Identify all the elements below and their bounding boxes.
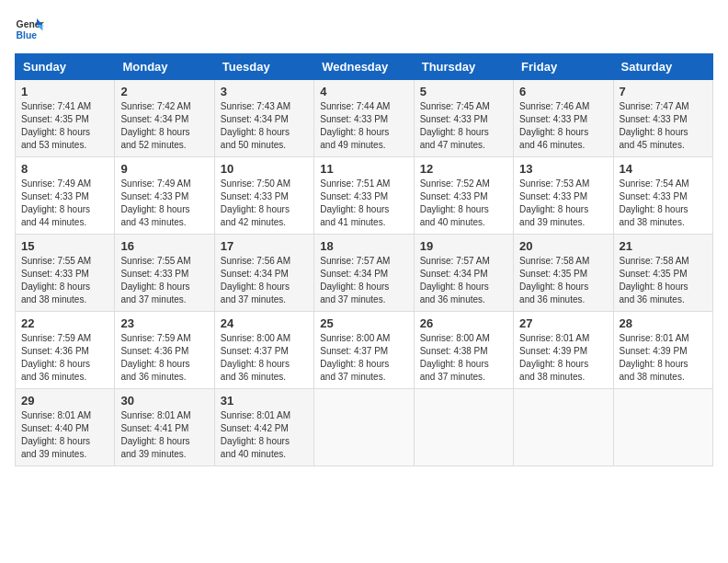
day-number: 19 (420, 239, 507, 253)
cell-content: Sunrise: 7:54 AMSunset: 4:33 PMDaylight:… (620, 178, 707, 229)
cell-content: Sunrise: 8:01 AMSunset: 4:42 PMDaylight:… (221, 409, 308, 461)
day-number: 3 (221, 85, 308, 98)
cell-content: Sunrise: 7:56 AMSunset: 4:34 PMDaylight:… (221, 255, 308, 306)
calendar-cell: 17Sunrise: 7:56 AMSunset: 4:34 PMDayligh… (214, 235, 313, 312)
day-number: 4 (320, 85, 407, 98)
calendar-cell: 26Sunrise: 8:00 AMSunset: 4:38 PMDayligh… (414, 312, 513, 389)
cell-content: Sunrise: 7:59 AMSunset: 4:36 PMDaylight:… (21, 332, 108, 384)
week-row-5: 29Sunrise: 8:01 AMSunset: 4:40 PMDayligh… (16, 389, 713, 466)
calendar-cell: 14Sunrise: 7:54 AMSunset: 4:33 PMDayligh… (613, 157, 712, 235)
calendar-cell: 24Sunrise: 8:00 AMSunset: 4:37 PMDayligh… (214, 312, 313, 389)
weekday-header-sunday: Sunday (16, 54, 115, 80)
week-row-2: 8Sunrise: 7:49 AMSunset: 4:33 PMDaylight… (16, 157, 713, 235)
logo: General Blue (15, 15, 44, 44)
cell-content: Sunrise: 8:01 AMSunset: 4:40 PMDaylight:… (21, 409, 108, 461)
day-number: 26 (420, 316, 507, 330)
calendar-cell: 3Sunrise: 7:43 AMSunset: 4:34 PMDaylight… (214, 80, 313, 157)
day-number: 18 (320, 239, 407, 253)
day-number: 15 (21, 239, 108, 253)
day-number: 20 (519, 239, 607, 253)
calendar-cell: 4Sunrise: 7:44 AMSunset: 4:33 PMDaylight… (314, 80, 414, 157)
day-number: 10 (221, 162, 308, 176)
cell-content: Sunrise: 7:51 AMSunset: 4:33 PMDaylight:… (320, 178, 407, 229)
calendar-cell: 6Sunrise: 7:46 AMSunset: 4:33 PMDaylight… (514, 80, 613, 157)
day-number: 13 (519, 162, 607, 176)
day-number: 17 (221, 239, 308, 253)
calendar-cell (514, 389, 613, 466)
day-number: 27 (519, 316, 607, 330)
calendar-cell: 15Sunrise: 7:55 AMSunset: 4:33 PMDayligh… (16, 235, 115, 312)
day-number: 31 (221, 394, 308, 408)
cell-content: Sunrise: 7:59 AMSunset: 4:36 PMDaylight:… (120, 332, 208, 384)
cell-content: Sunrise: 7:50 AMSunset: 4:33 PMDaylight:… (221, 178, 308, 229)
day-number: 23 (120, 316, 208, 330)
day-number: 7 (620, 85, 707, 98)
day-number: 22 (21, 316, 108, 330)
cell-content: Sunrise: 7:44 AMSunset: 4:33 PMDaylight:… (320, 100, 407, 152)
cell-content: Sunrise: 8:01 AMSunset: 4:39 PMDaylight:… (620, 332, 707, 384)
week-row-4: 22Sunrise: 7:59 AMSunset: 4:36 PMDayligh… (16, 312, 713, 389)
day-number: 11 (320, 162, 407, 176)
calendar-cell: 12Sunrise: 7:52 AMSunset: 4:33 PMDayligh… (414, 157, 513, 235)
week-row-1: 1Sunrise: 7:41 AMSunset: 4:35 PMDaylight… (16, 80, 713, 157)
day-number: 9 (120, 162, 208, 176)
calendar-cell: 21Sunrise: 7:58 AMSunset: 4:35 PMDayligh… (613, 235, 712, 312)
calendar-cell: 22Sunrise: 7:59 AMSunset: 4:36 PMDayligh… (16, 312, 115, 389)
weekday-header-thursday: Thursday (414, 54, 513, 80)
calendar-cell: 1Sunrise: 7:41 AMSunset: 4:35 PMDaylight… (16, 80, 115, 157)
calendar-cell: 16Sunrise: 7:55 AMSunset: 4:33 PMDayligh… (115, 235, 214, 312)
svg-text:Blue: Blue (17, 30, 38, 40)
cell-content: Sunrise: 7:47 AMSunset: 4:33 PMDaylight:… (620, 100, 707, 152)
cell-content: Sunrise: 7:53 AMSunset: 4:33 PMDaylight:… (519, 178, 607, 229)
calendar-cell (314, 389, 414, 466)
cell-content: Sunrise: 7:58 AMSunset: 4:35 PMDaylight:… (620, 255, 707, 306)
cell-content: Sunrise: 7:58 AMSunset: 4:35 PMDaylight:… (519, 255, 607, 306)
weekday-header-monday: Monday (115, 54, 214, 80)
cell-content: Sunrise: 7:45 AMSunset: 4:33 PMDaylight:… (420, 100, 507, 152)
day-number: 29 (21, 394, 108, 408)
calendar-cell: 31Sunrise: 8:01 AMSunset: 4:42 PMDayligh… (214, 389, 313, 466)
calendar-cell: 7Sunrise: 7:47 AMSunset: 4:33 PMDaylight… (613, 80, 712, 157)
cell-content: Sunrise: 7:57 AMSunset: 4:34 PMDaylight:… (420, 255, 507, 306)
day-number: 12 (420, 162, 507, 176)
calendar-cell: 19Sunrise: 7:57 AMSunset: 4:34 PMDayligh… (414, 235, 513, 312)
day-number: 24 (221, 316, 308, 330)
calendar-cell: 18Sunrise: 7:57 AMSunset: 4:34 PMDayligh… (314, 235, 414, 312)
cell-content: Sunrise: 7:46 AMSunset: 4:33 PMDaylight:… (519, 100, 607, 152)
calendar-cell: 2Sunrise: 7:42 AMSunset: 4:34 PMDaylight… (115, 80, 214, 157)
calendar-cell (414, 389, 513, 466)
calendar-cell: 8Sunrise: 7:49 AMSunset: 4:33 PMDaylight… (16, 157, 115, 235)
cell-content: Sunrise: 7:57 AMSunset: 4:34 PMDaylight:… (320, 255, 407, 306)
cell-content: Sunrise: 8:00 AMSunset: 4:38 PMDaylight:… (420, 332, 507, 384)
cell-content: Sunrise: 7:55 AMSunset: 4:33 PMDaylight:… (120, 255, 208, 306)
header: General Blue (15, 15, 713, 44)
day-number: 8 (21, 162, 108, 176)
weekday-header-row: SundayMondayTuesdayWednesdayThursdayFrid… (16, 54, 713, 80)
week-row-3: 15Sunrise: 7:55 AMSunset: 4:33 PMDayligh… (16, 235, 713, 312)
calendar-cell: 10Sunrise: 7:50 AMSunset: 4:33 PMDayligh… (214, 157, 313, 235)
day-number: 14 (620, 162, 707, 176)
calendar-cell: 9Sunrise: 7:49 AMSunset: 4:33 PMDaylight… (115, 157, 214, 235)
day-number: 1 (21, 85, 108, 98)
logo-icon: General Blue (15, 15, 44, 44)
calendar-cell: 28Sunrise: 8:01 AMSunset: 4:39 PMDayligh… (613, 312, 712, 389)
calendar-cell: 27Sunrise: 8:01 AMSunset: 4:39 PMDayligh… (514, 312, 613, 389)
calendar-cell (613, 389, 712, 466)
calendar-cell: 5Sunrise: 7:45 AMSunset: 4:33 PMDaylight… (414, 80, 513, 157)
day-number: 6 (519, 85, 607, 98)
calendar-cell: 29Sunrise: 8:01 AMSunset: 4:40 PMDayligh… (16, 389, 115, 466)
day-number: 5 (420, 85, 507, 98)
day-number: 25 (320, 316, 407, 330)
day-number: 2 (120, 85, 208, 98)
cell-content: Sunrise: 7:55 AMSunset: 4:33 PMDaylight:… (21, 255, 108, 306)
calendar-cell: 13Sunrise: 7:53 AMSunset: 4:33 PMDayligh… (514, 157, 613, 235)
calendar-table: SundayMondayTuesdayWednesdayThursdayFrid… (15, 53, 713, 466)
weekday-header-friday: Friday (514, 54, 613, 80)
calendar-cell: 23Sunrise: 7:59 AMSunset: 4:36 PMDayligh… (115, 312, 214, 389)
cell-content: Sunrise: 7:42 AMSunset: 4:34 PMDaylight:… (120, 100, 208, 152)
cell-content: Sunrise: 8:00 AMSunset: 4:37 PMDaylight:… (221, 332, 308, 384)
calendar-cell: 11Sunrise: 7:51 AMSunset: 4:33 PMDayligh… (314, 157, 414, 235)
weekday-header-wednesday: Wednesday (314, 54, 414, 80)
calendar-cell: 30Sunrise: 8:01 AMSunset: 4:41 PMDayligh… (115, 389, 214, 466)
day-number: 30 (120, 394, 208, 408)
